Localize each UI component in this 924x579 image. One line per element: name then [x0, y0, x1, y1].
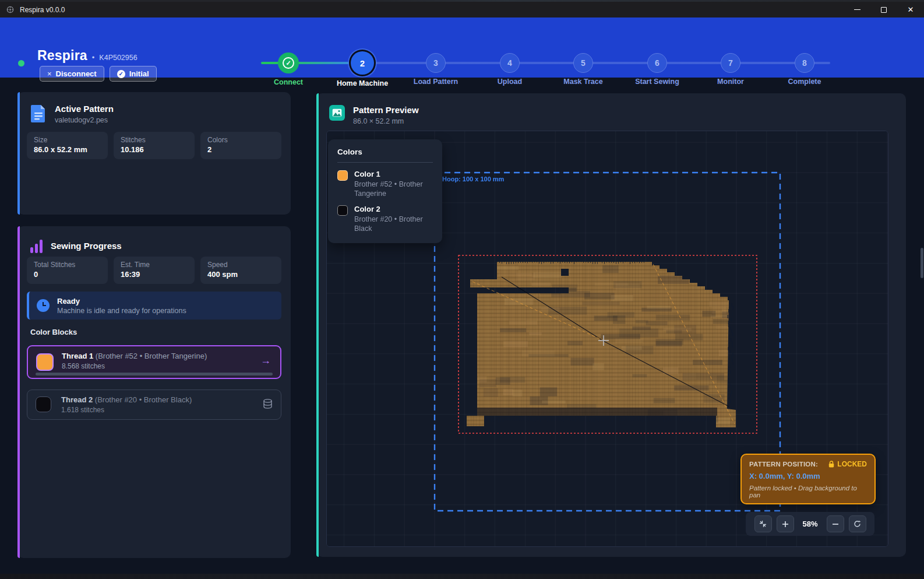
card-accent: [17, 226, 20, 558]
zoom-level: 58%: [799, 520, 822, 528]
colors-legend-title: Colors: [337, 148, 433, 156]
step-load-pattern[interactable]: 3 Load Pattern: [398, 51, 474, 86]
step-monitor[interactable]: 7 Monitor: [693, 51, 768, 86]
brand-title: Respira: [37, 48, 87, 64]
stat-value: 2: [207, 145, 274, 154]
pattern-position-overlay: PATTERN POSITION: LOCKED X: 0.0mm, Y: 0.…: [740, 454, 876, 504]
stat-label: Size: [34, 136, 101, 144]
plus-icon: [782, 521, 789, 528]
thread-detail: (Brother #20 • Brother Black): [95, 395, 192, 404]
pattern-filename: valetudogv2.pes: [55, 116, 114, 124]
position-coordinates: X: 0.0mm, Y: 0.0mm: [749, 472, 867, 480]
titlebar: Respira v0.0.0 ✕: [0, 2, 924, 17]
stat-est-time: Est. Time 16:39: [114, 257, 195, 284]
step-connect[interactable]: ✓ Connect: [251, 51, 326, 86]
card-accent: [17, 92, 20, 215]
color-description: Brother #52 • Brother Tangerine: [354, 180, 433, 198]
color-description: Brother #20 • Brother Black: [354, 215, 433, 233]
check-circle-icon: ✓: [117, 70, 125, 78]
thread-stitch-count: 8.568 stitches: [62, 362, 207, 370]
position-label: PATTERN POSITION:: [749, 461, 818, 468]
step-complete[interactable]: 8 Complete: [767, 51, 842, 86]
disconnect-button[interactable]: × Disconnect: [40, 66, 104, 82]
app-window: Respira v0.0.0 ✕ Respira • K4P502956 × D…: [0, 0, 924, 579]
step-label: Monitor: [693, 78, 768, 86]
stat-value: 10.186: [121, 145, 188, 154]
thread-1-row[interactable]: Thread 1 (Brother #52 • Brother Tangerin…: [27, 345, 281, 379]
step-number: 3: [426, 53, 446, 73]
background-window-sliver: [0, 574, 924, 579]
close-icon: ✕: [908, 6, 914, 13]
step-number: 4: [500, 53, 520, 73]
stat-label: Est. Time: [121, 261, 188, 269]
app-icon: [6, 5, 15, 14]
reset-view-button[interactable]: [849, 515, 866, 532]
color-name: Color 1: [354, 170, 433, 178]
initial-label: Initial: [129, 69, 149, 78]
minimize-button[interactable]: [844, 2, 870, 17]
lock-icon: [828, 461, 834, 468]
active-pattern-title: Active Pattern: [55, 104, 114, 114]
step-label: Upload: [472, 78, 548, 86]
step-label: Load Pattern: [398, 78, 474, 86]
app-header: Respira • K4P502956 × Disconnect ✓ Initi…: [0, 17, 924, 78]
position-hint: Pattern locked • Drag background to pan: [749, 485, 867, 499]
maximize-button[interactable]: [870, 2, 897, 17]
thread-color-swatch: [36, 353, 54, 371]
initial-button[interactable]: ✓ Initial: [110, 66, 157, 82]
status-title: Ready: [57, 297, 186, 306]
minus-icon: [832, 521, 839, 528]
step-number: 7: [721, 53, 740, 73]
thread-name: Thread 2: [61, 395, 93, 404]
stat-label: Total Stitches: [34, 261, 101, 269]
connection-status-dot: [18, 60, 24, 66]
thread-2-row[interactable]: Thread 2 (Brother #20 • Brother Black) 1…: [27, 389, 281, 420]
zoom-in-button[interactable]: [777, 515, 794, 532]
stat-value: 16:39: [121, 270, 188, 279]
minimize-icon: [854, 9, 860, 10]
sewing-progress-title: Sewing Progress: [51, 241, 122, 251]
fit-view-icon: [759, 520, 767, 528]
status-description: Machine is idle and ready for operations: [57, 307, 186, 315]
refresh-icon: [854, 520, 861, 528]
stat-label: Colors: [207, 136, 274, 144]
thread-detail: (Brother #52 • Brother Tangerine): [96, 352, 207, 360]
active-pattern-card: Active Pattern valetudogv2.pes Size 86.0…: [17, 92, 291, 215]
machine-serial: K4P502956: [99, 54, 137, 62]
fit-view-button[interactable]: [754, 515, 772, 532]
stat-value: 86.0 x 52.2 mm: [34, 145, 101, 154]
stat-colors: Colors 2: [200, 132, 281, 159]
pattern-preview-card: Pattern Preview 86.0 × 52.2 mm Hoop: 100…: [316, 93, 906, 557]
step-mask-trace[interactable]: 5 Mask Trace: [545, 51, 621, 86]
color-name: Color 2: [354, 205, 433, 213]
image-icon: [329, 105, 345, 121]
zoom-out-button[interactable]: [827, 515, 844, 532]
scrollbar-thumb[interactable]: [921, 248, 923, 278]
color-blocks-heading: Color Blocks: [30, 328, 77, 336]
machine-status-banner: Ready Machine is idle and ready for oper…: [27, 292, 281, 320]
step-number: 5: [573, 53, 593, 73]
step-label: Home Machine: [325, 79, 400, 87]
divider: [337, 162, 433, 163]
window-title: Respira v0.0.0: [20, 6, 65, 14]
stat-value: 0: [34, 270, 101, 279]
document-icon: [30, 104, 47, 122]
chart-bars-icon: [30, 239, 43, 253]
pattern-size: 86.0 × 52.2 mm: [353, 117, 419, 125]
hoop-size-label: Hoop: 100 x 100 mm: [442, 176, 504, 183]
step-number: 8: [795, 53, 814, 73]
clock-icon: [37, 299, 50, 312]
step-complete-check-icon: ✓: [278, 52, 299, 73]
close-button[interactable]: ✕: [897, 2, 924, 17]
step-start-sewing[interactable]: 6 Start Sewing: [619, 51, 695, 86]
step-label: Connect: [251, 78, 326, 86]
thread-color-swatch: [36, 396, 51, 412]
stat-total-stitches: Total Stitches 0: [27, 257, 108, 284]
step-home-machine[interactable]: 2 Home Machine: [325, 51, 400, 87]
step-upload[interactable]: 4 Upload: [472, 51, 548, 86]
locked-badge: LOCKED: [837, 460, 867, 468]
preview-canvas-area[interactable]: Hoop: 100 x 100 mm Colors Color 1 Brothe…: [326, 131, 888, 547]
maximize-icon: [881, 7, 887, 13]
color-swatch: [337, 205, 348, 216]
color-swatch: [337, 170, 348, 181]
